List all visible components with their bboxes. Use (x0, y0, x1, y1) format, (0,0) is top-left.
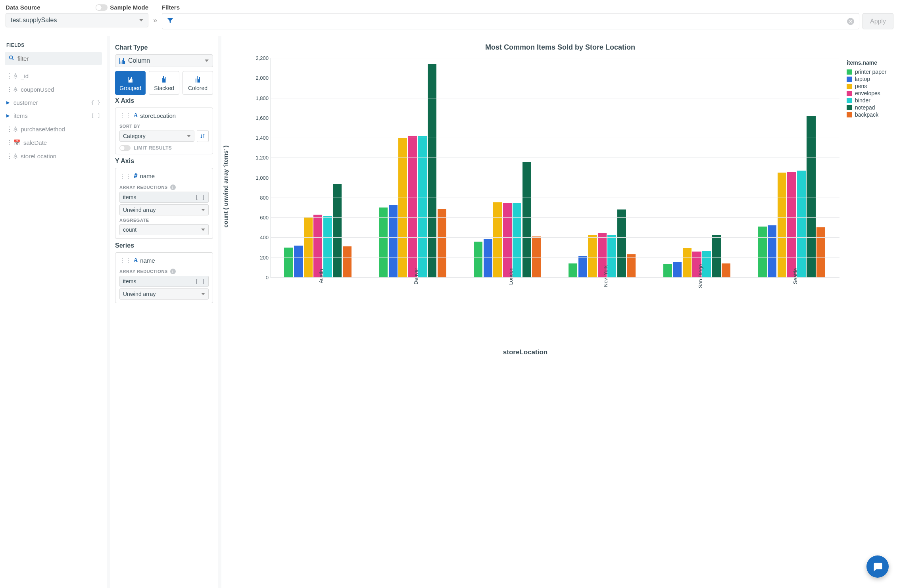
arrow-icon: » (153, 16, 157, 25)
field-item[interactable]: ▶items[ ] (5, 109, 102, 122)
sort-by-select[interactable]: Category (119, 131, 194, 142)
chart-bar (408, 136, 417, 277)
chart-bar (389, 205, 398, 277)
series-array-field[interactable]: items [ ] (119, 276, 209, 287)
sort-value: Category (123, 133, 146, 139)
chart-bar (607, 235, 616, 277)
aggregate-select[interactable]: count (119, 224, 209, 235)
field-item[interactable]: ⋮⋮AstoreLocation (5, 149, 102, 163)
chart-bar (379, 208, 388, 277)
y-array-op-select[interactable]: Unwind array (119, 204, 209, 215)
series-field[interactable]: ⋮⋮ A name (119, 256, 209, 266)
chart-bar (816, 227, 825, 277)
chart-bar (343, 246, 352, 277)
series-field-value: name (140, 257, 155, 264)
series-array-op-select[interactable]: Unwind array (119, 288, 209, 300)
chart-bar (683, 248, 692, 277)
aggregate-label: AGGREGATE (119, 218, 209, 223)
limit-label: LIMIT RESULTS (134, 145, 172, 151)
chart-type-select[interactable]: Column (115, 54, 213, 67)
agg-value: count (123, 227, 136, 233)
chart-bar (778, 173, 786, 277)
info-icon[interactable]: i (170, 269, 176, 274)
subtype-label: Grouped (117, 85, 144, 91)
chart-bar (493, 202, 502, 277)
chart-bar (428, 64, 436, 277)
field-item[interactable]: ⋮⋮A_id (5, 69, 102, 83)
column-icon (119, 58, 125, 64)
x-axis-field[interactable]: ⋮⋮ A storeLocation (119, 111, 209, 121)
x-tick-label: Austin (318, 269, 324, 283)
legend-item: binder (847, 97, 897, 104)
chart-bar (323, 216, 332, 277)
x-axis-label: storeLocation (271, 348, 780, 356)
chart-title: Most Common Items Sold by Store Location (225, 43, 895, 52)
legend-item: laptop (847, 75, 897, 83)
chart-bar (294, 246, 303, 277)
data-source-select[interactable]: test.supplySales (6, 13, 148, 27)
y-array-field[interactable]: items [ ] (119, 192, 209, 203)
chart-bar (758, 227, 767, 277)
array-reductions-label: ARRAY REDUCTIONS (119, 269, 168, 274)
sample-mode-toggle[interactable]: Sample Mode (96, 4, 148, 11)
fields-filter[interactable] (5, 52, 102, 65)
y-axis-title: Y Axis (115, 158, 213, 165)
chart-type-label: Chart Type (115, 44, 213, 51)
chevron-down-icon (139, 19, 143, 21)
legend-item: backpack (847, 111, 897, 118)
data-source-value: test.supplySales (11, 17, 57, 24)
chart-bar (578, 256, 587, 277)
y-axis-field[interactable]: ⋮⋮ # name (119, 171, 209, 182)
x-tick-label: London (508, 267, 514, 284)
filter-input[interactable]: ✕ (162, 13, 859, 29)
sample-mode-label: Sample Mode (110, 4, 148, 11)
x-tick-label: Seattle (792, 268, 798, 284)
chart-bar (787, 172, 796, 277)
field-item[interactable]: ⋮⋮AcouponUsed (5, 83, 102, 96)
chart-bar (663, 264, 672, 277)
data-source-label: Data Source (6, 4, 40, 11)
search-icon (9, 55, 14, 62)
svg-line-1 (12, 59, 14, 60)
sort-direction-button[interactable] (197, 130, 209, 142)
field-item[interactable]: ⋮⋮📅saleDate (5, 136, 102, 149)
y-axis-label: count ( unwind array 'items' ) (222, 145, 229, 227)
chart-bar (722, 263, 730, 277)
clear-icon[interactable]: ✕ (847, 18, 854, 25)
filters-label: Filters (162, 4, 180, 11)
chart-bar (398, 138, 407, 277)
chart-bar (313, 215, 322, 277)
chart-bar (768, 225, 776, 277)
legend-item: pens (847, 83, 897, 90)
subtype-colored[interactable]: Colored (182, 71, 213, 95)
fields-filter-input[interactable] (17, 55, 98, 62)
series-title: Series (115, 242, 213, 249)
chart-bar (569, 263, 577, 277)
chart-bar (503, 203, 512, 277)
chart-bar (617, 209, 626, 277)
field-item[interactable]: ▶customer{ } (5, 96, 102, 109)
chart-bar (807, 116, 815, 277)
array-reductions-label: ARRAY REDUCTIONS (119, 185, 168, 190)
fields-header: FIELDS (5, 41, 102, 52)
chart-bar (673, 262, 682, 277)
array-icon: [ ] (195, 278, 205, 284)
subtype-label: Colored (184, 85, 211, 91)
subtype-grouped[interactable]: Grouped (115, 71, 146, 95)
info-icon[interactable]: i (170, 184, 176, 190)
apply-button[interactable]: Apply (863, 13, 893, 29)
field-item[interactable]: ⋮⋮ApurchaseMethod (5, 122, 102, 136)
chart-bar (513, 203, 521, 277)
y-axis-box: ⋮⋮ # name ARRAY REDUCTIONS i items [ ] U… (115, 168, 213, 239)
x-field-value: storeLocation (140, 112, 176, 119)
chart-bar (702, 251, 711, 277)
funnel-icon (167, 17, 173, 25)
limit-toggle[interactable] (119, 145, 131, 151)
chat-button[interactable] (866, 555, 889, 578)
arr-field-value: items (123, 278, 136, 284)
subtype-stacked[interactable]: Stacked (149, 71, 179, 95)
y-field-value: name (140, 173, 155, 179)
legend-item: envelopes (847, 90, 897, 97)
chart-bar (284, 248, 293, 277)
chevron-down-icon (201, 229, 205, 231)
